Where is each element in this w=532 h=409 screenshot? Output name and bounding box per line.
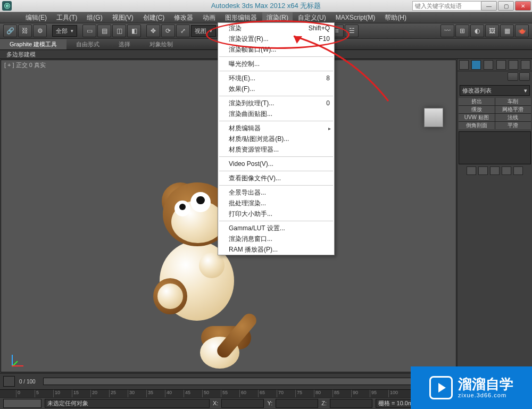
menu-item[interactable]: RAM 播放器(P)... (218, 244, 334, 255)
menu-item[interactable]: 效果(F)... (218, 84, 334, 94)
help-search-input[interactable] (412, 1, 481, 11)
close-button[interactable]: ✕ (515, 1, 531, 11)
window-crossing-icon[interactable]: ◧ (127, 24, 141, 37)
menu-item[interactable]: 渲染(R) (262, 12, 293, 23)
ribbon-tab[interactable]: 选择 (109, 39, 140, 49)
link-icon[interactable]: 🔗 (3, 24, 17, 37)
menu-item[interactable]: 渲染帧窗口(W)... (218, 44, 334, 55)
modifier-list-dropdown[interactable]: 修改器列表▾ (460, 85, 530, 96)
menu-item[interactable]: 渲染到纹理(T)...0 (218, 98, 334, 108)
menu-item[interactable]: 批处理渲染... (218, 198, 334, 208)
menu-separator (219, 171, 333, 171)
menu-item[interactable]: 查看图像文件(V)... (218, 173, 334, 183)
render-frame-icon[interactable]: ▦ (500, 24, 514, 37)
modify-tab-icon[interactable] (471, 60, 481, 70)
ruler-tick: 30 (128, 390, 135, 397)
curve-editor-icon[interactable]: 〰 (440, 24, 454, 37)
modifier-button[interactable]: 车削 (495, 98, 531, 105)
motion-tab-icon[interactable] (496, 60, 506, 70)
material-editor-icon[interactable]: ◐ (470, 24, 484, 37)
menu-item[interactable]: Gamma/LUT 设置... (218, 223, 334, 233)
select-region-icon[interactable]: ◫ (112, 24, 126, 37)
script-mini-listener[interactable] (3, 399, 41, 408)
menu-item[interactable]: 环境(E)...8 (218, 73, 334, 84)
menu-item[interactable]: 全景导出器... (218, 187, 334, 198)
configure-sets-icon[interactable] (513, 166, 523, 175)
pin-stack-icon[interactable] (467, 166, 476, 175)
menu-item[interactable]: 帮助(H) (380, 12, 411, 23)
menu-item[interactable]: 动画 (198, 12, 220, 23)
ref-coord-dropdown[interactable]: 视图 (191, 25, 216, 37)
unlink-icon[interactable]: ⛓ (18, 24, 32, 37)
show-end-icon[interactable] (478, 166, 488, 175)
menu-item[interactable]: 修改器 (170, 12, 197, 23)
select-name-icon[interactable]: ▤ (97, 24, 111, 37)
render-icon[interactable]: 🫖 (515, 24, 529, 37)
menu-item-label: 材质资源管理器... (229, 145, 279, 154)
menu-item[interactable]: 视图(V) (108, 12, 138, 23)
menu-item[interactable]: 工具(T) (52, 12, 81, 23)
select-icon[interactable]: ▭ (82, 24, 96, 37)
ruler-tick: 60 (239, 390, 246, 397)
render-setup-icon[interactable]: 🖼 (485, 24, 499, 37)
menu-item[interactable]: Video Post(V)... (218, 158, 334, 169)
z-input[interactable] (330, 399, 372, 408)
menu-item[interactable]: 材质/贴图浏览器(B)... (218, 133, 334, 144)
viewport-label[interactable]: [ + ] 正交 0 真实 (4, 61, 46, 69)
x-input[interactable] (221, 399, 264, 408)
ruler-tick: 0 (16, 390, 20, 397)
menu-item[interactable]: 材质资源管理器... (218, 144, 334, 155)
ribbon-tab[interactable]: 对象绘制 (140, 39, 182, 49)
timeline-config-icon[interactable] (3, 376, 15, 387)
ruler-tick: 15 (72, 390, 79, 397)
menu-item[interactable]: 渲染Shift+Q (218, 23, 334, 34)
menu-item[interactable]: 图形编辑器 (221, 12, 261, 23)
bind-icon[interactable]: ⚙ (33, 24, 47, 37)
modifier-stack[interactable] (459, 131, 531, 164)
ribbon-tab[interactable]: Graphite 建模工具 (0, 39, 66, 49)
menu-item[interactable]: 创建(C) (139, 12, 169, 23)
ruler-tick: 75 (295, 390, 302, 397)
menu-item[interactable]: 自定义(U) (294, 12, 330, 23)
modifier-button[interactable]: 倒角剖面 (459, 122, 495, 129)
menu-item[interactable]: 渲染消息窗口... (218, 233, 334, 244)
ribbon-tab[interactable]: 自由形式 (66, 39, 109, 49)
y-input[interactable] (276, 399, 318, 408)
app-icon[interactable]: ⓔ (2, 1, 12, 11)
rotate-icon[interactable]: ⟳ (161, 24, 175, 37)
modifier-button[interactable]: 挤出 (459, 98, 495, 105)
ruler-tick: 95 (370, 390, 377, 397)
modifier-button[interactable]: 网格平滑 (495, 106, 531, 113)
selection-filter-dropdown[interactable]: 全部 (52, 25, 77, 37)
panel-config-icon[interactable] (519, 72, 530, 81)
remove-mod-icon[interactable] (502, 166, 511, 175)
modifier-button[interactable]: 法线 (495, 114, 531, 121)
menu-item-label: 渲染 (229, 24, 242, 33)
menu-item[interactable]: 曝光控制... (218, 59, 334, 69)
menu-item[interactable]: 组(G) (82, 12, 106, 23)
utilities-tab-icon[interactable] (521, 60, 530, 70)
display-tab-icon[interactable] (509, 60, 518, 70)
menu-item[interactable]: 渲染曲面贴图... (218, 108, 334, 119)
minimize-button[interactable]: — (481, 1, 497, 11)
menu-bar: 编辑(E)工具(T)组(G)视图(V)创建(C)修改器动画图形编辑器渲染(R)自… (0, 12, 532, 23)
schematic-icon[interactable]: ⊞ (455, 24, 469, 37)
menu-item[interactable]: 材质编辑器 (218, 123, 334, 133)
move-icon[interactable]: ✥ (146, 24, 160, 37)
hierarchy-tab-icon[interactable] (484, 60, 493, 70)
create-tab-icon[interactable] (459, 60, 469, 70)
scale-icon[interactable]: ⤢ (176, 24, 190, 37)
menu-item-label: 材质/贴图浏览器(B)... (229, 135, 289, 144)
menu-item[interactable]: 打印大小助手... (218, 208, 334, 219)
modifier-button[interactable]: 平滑 (495, 122, 531, 129)
menu-item[interactable]: MAXScript(M) (331, 13, 380, 22)
maximize-button[interactable]: ▢ (498, 1, 514, 11)
layers-icon[interactable]: ☱ (345, 24, 359, 37)
menu-item[interactable]: 编辑(E) (21, 12, 51, 23)
viewcube[interactable] (424, 108, 443, 127)
unique-icon[interactable] (490, 166, 500, 175)
modifier-button[interactable]: UVW 贴图 (459, 114, 495, 121)
modifier-button[interactable]: 缓放 (459, 106, 495, 113)
menu-item[interactable]: 渲染设置(R)...F10 (218, 34, 334, 44)
panel-pin-icon[interactable] (508, 72, 518, 81)
